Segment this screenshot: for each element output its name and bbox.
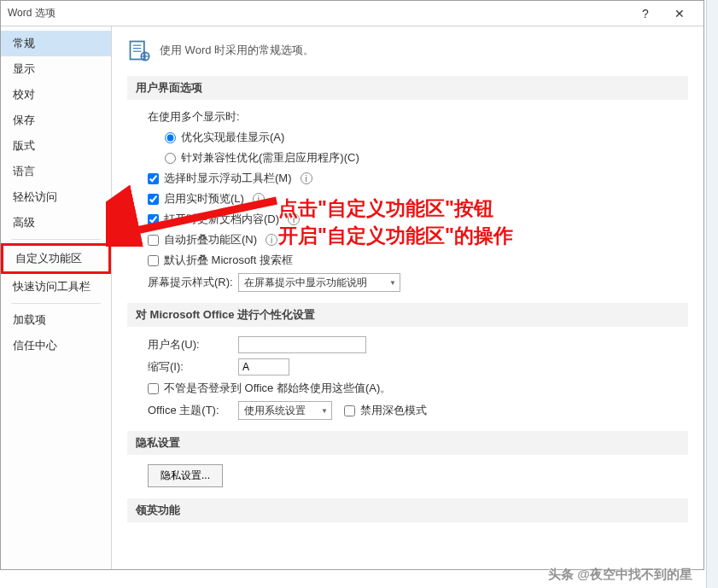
sidebar-separator <box>11 303 101 304</box>
checkbox-mini-toolbar[interactable] <box>148 173 159 184</box>
screentip-select[interactable]: 在屏幕提示中显示功能说明 <box>238 273 400 292</box>
radio-optimize-label: 优化实现最佳显示(A) <box>181 130 284 145</box>
help-button[interactable]: ? <box>628 2 663 26</box>
checkbox-always-use[interactable] <box>148 383 159 394</box>
checkbox-live-preview[interactable] <box>148 194 159 205</box>
initials-input[interactable] <box>238 358 289 376</box>
watermark: 头条 @夜空中找不到的星 <box>548 567 692 583</box>
info-icon[interactable]: i <box>266 234 277 246</box>
radio-optimize-display[interactable] <box>165 132 176 143</box>
screentip-label: 屏幕提示样式(R): <box>148 275 233 290</box>
sidebar-item-general[interactable]: 常规 <box>1 31 111 56</box>
section-personalize-title: 对 Microsoft Office 进行个性化设置 <box>127 303 688 327</box>
sidebar-item-proofing[interactable]: 校对 <box>1 82 111 108</box>
radio-compat[interactable] <box>165 153 176 164</box>
checkbox-disable-dark-label: 禁用深色模式 <box>360 403 427 418</box>
checkbox-collapse-search[interactable] <box>148 255 159 266</box>
sidebar: 常规 显示 校对 保存 版式 语言 轻松访问 高级 自定义功能区 快速访问工具栏… <box>1 26 112 569</box>
checkbox-mini-toolbar-label: 选择时显示浮动工具栏(M) <box>164 171 292 186</box>
info-icon[interactable]: i <box>288 213 300 225</box>
checkbox-live-preview-label: 启用实时预览(L) <box>164 191 244 207</box>
sidebar-item-ease-of-access[interactable]: 轻松访问 <box>1 184 111 210</box>
multi-display-label: 在使用多个显示时: <box>127 107 688 127</box>
section-linkedin-title: 领英功能 <box>127 498 688 522</box>
right-strip <box>706 0 718 588</box>
sidebar-item-qat[interactable]: 快速访问工具栏 <box>1 274 111 300</box>
checkbox-auto-collapse-label: 自动折叠功能区(N) <box>164 232 257 247</box>
username-label: 用户名(U): <box>148 337 233 352</box>
sidebar-item-addins[interactable]: 加载项 <box>1 307 111 333</box>
sidebar-item-layout[interactable]: 版式 <box>1 133 111 159</box>
sidebar-separator <box>11 239 101 240</box>
info-icon[interactable]: i <box>253 193 265 205</box>
privacy-settings-button[interactable]: 隐私设置... <box>148 464 223 487</box>
theme-select[interactable]: 使用系统设置 <box>238 401 332 420</box>
titlebar: Word 选项 ? ✕ <box>1 1 703 26</box>
sidebar-item-customize-ribbon[interactable]: 自定义功能区 <box>1 243 111 274</box>
sidebar-item-language[interactable]: 语言 <box>1 159 111 184</box>
checkbox-update-doc[interactable] <box>148 214 159 225</box>
general-options-icon <box>127 38 151 62</box>
initials-label: 缩写(I): <box>148 359 233 375</box>
sidebar-item-advanced[interactable]: 高级 <box>1 210 111 236</box>
sidebar-item-trust-center[interactable]: 信任中心 <box>1 333 111 358</box>
word-options-dialog: Word 选项 ? ✕ 常规 显示 校对 保存 版式 语言 轻松访问 高级 自定… <box>0 0 704 570</box>
section-ui-title: 用户界面选项 <box>127 76 688 100</box>
username-input[interactable] <box>238 336 366 353</box>
radio-compat-label: 针对兼容性优化(需重启应用程序)(C) <box>181 150 359 166</box>
checkbox-always-use-label: 不管是否登录到 Office 都始终使用这些值(A)。 <box>164 381 391 396</box>
page-heading: 使用 Word 时采用的常规选项。 <box>160 43 314 58</box>
sidebar-item-display[interactable]: 显示 <box>1 56 111 82</box>
dialog-title: Word 选项 <box>8 6 628 20</box>
checkbox-disable-dark[interactable] <box>344 405 355 416</box>
section-privacy-title: 隐私设置 <box>127 431 688 455</box>
theme-label: Office 主题(T): <box>148 403 233 418</box>
close-button[interactable]: ✕ <box>663 2 697 26</box>
sidebar-item-save[interactable]: 保存 <box>1 108 111 133</box>
checkbox-collapse-search-label: 默认折叠 Microsoft 搜索框 <box>164 253 293 268</box>
content-panel: 使用 Word 时采用的常规选项。 用户界面选项 在使用多个显示时: 优化实现最… <box>112 26 703 569</box>
checkbox-auto-collapse[interactable] <box>148 235 159 246</box>
info-icon[interactable]: i <box>301 172 312 184</box>
checkbox-update-doc-label: 打开时更新文档内容(D) <box>164 212 279 227</box>
